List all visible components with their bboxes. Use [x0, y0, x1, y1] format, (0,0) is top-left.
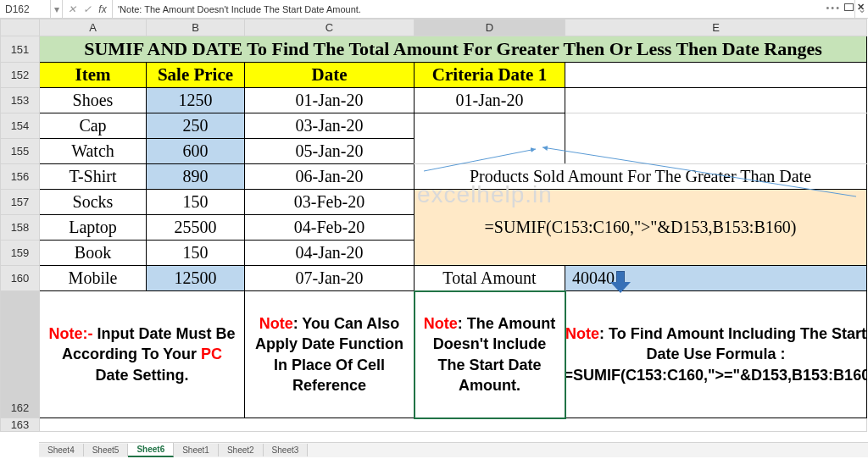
name-box[interactable]: D162: [0, 0, 51, 18]
cell-row-163[interactable]: [40, 418, 867, 432]
cell-header-criteria[interactable]: Criteria Date 1: [415, 63, 565, 88]
col-header-B[interactable]: B: [147, 19, 245, 36]
cell-note-C[interactable]: Note: You Can Also Apply Date Function I…: [245, 291, 415, 418]
cell-note-A[interactable]: Note:- Input Date Must Be According To Y…: [40, 291, 245, 418]
cell-header-date[interactable]: Date: [245, 63, 415, 88]
sheet-tab[interactable]: Sheet1: [174, 444, 219, 456]
cell-A159[interactable]: Book: [40, 241, 147, 266]
row-header-159[interactable]: 159: [1, 241, 40, 266]
cell-C156[interactable]: 06-Jan-20: [245, 164, 415, 190]
cell-E154-155[interactable]: [565, 113, 867, 164]
cell-C155[interactable]: 05-Jan-20: [245, 139, 415, 164]
row-header-151[interactable]: 151: [1, 36, 40, 63]
column-headers[interactable]: A B C D E: [1, 19, 867, 36]
row-header-156[interactable]: 156: [1, 164, 40, 190]
cell-E153[interactable]: [565, 88, 867, 113]
cell-C153[interactable]: 01-Jan-20: [245, 88, 415, 113]
cell-caption[interactable]: Products Sold Amount For The Greater Tha…: [415, 164, 867, 190]
cell-B156[interactable]: 890: [147, 164, 245, 190]
row-header-153[interactable]: 153: [1, 88, 40, 113]
cell-A156[interactable]: T-Shirt: [40, 164, 147, 190]
cell-E152[interactable]: [565, 63, 867, 88]
col-header-A[interactable]: A: [40, 19, 147, 36]
row-header-155[interactable]: 155: [1, 139, 40, 164]
note-label: Note: [424, 315, 458, 332]
fx-icon[interactable]: fx: [95, 3, 110, 15]
cell-D160[interactable]: Total Amount: [415, 266, 565, 291]
cell-note-E[interactable]: Note: To Find Amount Including The Start…: [565, 291, 867, 418]
note-label: Note:-: [48, 325, 92, 342]
cell-A154[interactable]: Cap: [40, 113, 147, 139]
sheet-tab-strip[interactable]: Sheet4 Sheet5 Sheet6 Sheet1 Sheet2 Sheet…: [39, 442, 868, 457]
cell-E160[interactable]: 40040: [565, 266, 867, 291]
formula-input[interactable]: 'Note: The Amount Doesn't Include The St…: [113, 0, 854, 18]
cell-C160[interactable]: 07-Jan-20: [245, 266, 415, 291]
row-header-160[interactable]: 160: [1, 266, 40, 291]
row-header-162[interactable]: 162: [1, 291, 40, 418]
col-header-C[interactable]: C: [245, 19, 415, 36]
more-icon[interactable]: •••: [826, 3, 841, 13]
cell-D154-155[interactable]: [415, 113, 565, 164]
cell-B155[interactable]: 600: [147, 139, 245, 164]
sheet-tab[interactable]: Sheet2: [219, 444, 264, 456]
cell-B154[interactable]: 250: [147, 113, 245, 139]
cell-A158[interactable]: Laptop: [40, 215, 147, 241]
maximize-icon[interactable]: [844, 3, 854, 11]
cell-D153[interactable]: 01-Jan-20: [415, 88, 565, 113]
cell-A155[interactable]: Watch: [40, 139, 147, 164]
window-controls: ••• ✕: [822, 0, 868, 14]
cell-C157[interactable]: 03-Feb-20: [245, 190, 415, 215]
note-label: Note: [565, 325, 599, 342]
cell-C158[interactable]: 04-Feb-20: [245, 215, 415, 241]
cell-B153[interactable]: 1250: [147, 88, 245, 113]
cell-C154[interactable]: 03-Jan-20: [245, 113, 415, 139]
cancel-icon[interactable]: ✕: [64, 3, 80, 15]
cell-note-D-active[interactable]: Note: The Amount Doesn't Include The Sta…: [415, 291, 565, 418]
sheet-tab[interactable]: Sheet3: [264, 444, 309, 456]
worksheet-grid[interactable]: A B C D E 151 SUMIF AND DATE To Find The…: [0, 19, 868, 432]
title-text: SUMIF AND DATE To Find The Total Amount …: [40, 36, 866, 62]
cell-A153[interactable]: Shoes: [40, 88, 147, 113]
col-header-D[interactable]: D: [415, 19, 565, 36]
cell-B160[interactable]: 12500: [147, 266, 245, 291]
row-header-152[interactable]: 152: [1, 63, 40, 88]
cell-A157[interactable]: Socks: [40, 190, 147, 215]
cell-header-price[interactable]: Sale Price: [147, 63, 245, 88]
row-header-154[interactable]: 154: [1, 113, 40, 139]
enter-icon[interactable]: ✓: [80, 3, 95, 15]
row-header-158[interactable]: 158: [1, 215, 40, 241]
select-all-corner[interactable]: [1, 19, 40, 36]
note-label: Note: [259, 315, 293, 332]
cell-B157[interactable]: 150: [147, 190, 245, 215]
name-box-dropdown-icon[interactable]: ▾: [51, 0, 63, 18]
cell-header-item[interactable]: Item: [40, 63, 147, 88]
cell-B159[interactable]: 150: [147, 241, 245, 266]
formula-buttons: ✕ ✓ fx: [63, 0, 113, 18]
col-header-E[interactable]: E: [565, 19, 867, 36]
cell-B158[interactable]: 25500: [147, 215, 245, 241]
row-header-163[interactable]: 163: [1, 418, 40, 432]
formula-bar: D162 ▾ ✕ ✓ fx 'Note: The Amount Doesn't …: [0, 0, 868, 19]
close-icon[interactable]: ✕: [857, 2, 865, 13]
row-header-157[interactable]: 157: [1, 190, 40, 215]
sheet-tab[interactable]: Sheet5: [84, 444, 129, 456]
cell-title[interactable]: SUMIF AND DATE To Find The Total Amount …: [40, 36, 867, 63]
cell-formula-block[interactable]: =SUMIF(C153:C160,">"&D153,B153:B160): [415, 190, 867, 266]
sheet-tab[interactable]: Sheet4: [39, 444, 84, 456]
cell-C159[interactable]: 04-Jan-20: [245, 241, 415, 266]
cell-A160[interactable]: Mobile: [40, 266, 147, 291]
sheet-tab-active[interactable]: Sheet6: [128, 443, 174, 457]
